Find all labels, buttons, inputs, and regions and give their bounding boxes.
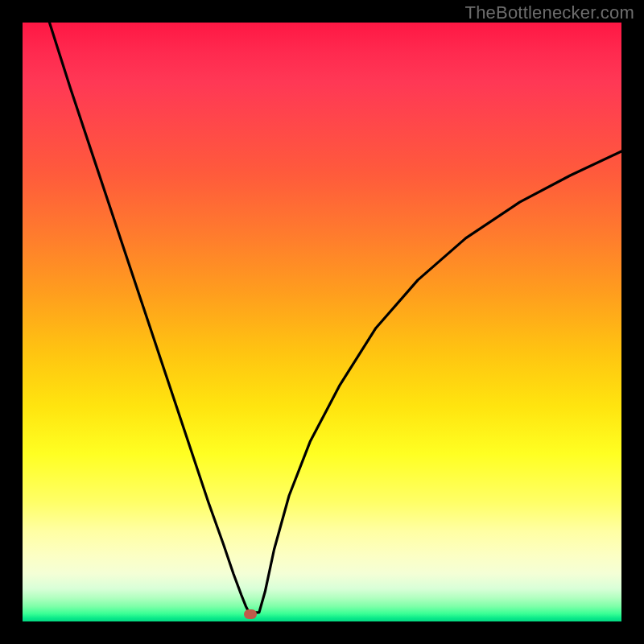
plot-area [23, 23, 621, 621]
optimal-point-marker [244, 609, 257, 619]
curve-svg [23, 23, 621, 621]
bottleneck-curve [49, 23, 621, 613]
chart-container: TheBottlenecker.com [0, 0, 644, 644]
watermark-text: TheBottlenecker.com [465, 2, 634, 23]
